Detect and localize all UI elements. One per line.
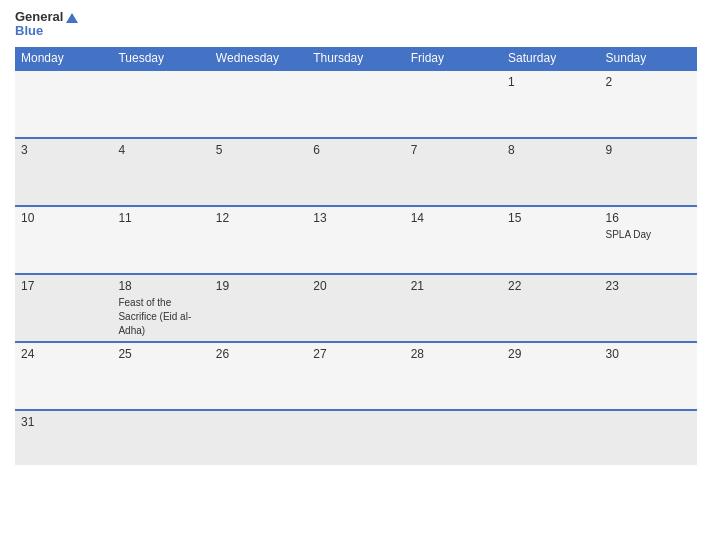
day-header-tuesday: Tuesday [112, 47, 209, 70]
logo-general-text: General [15, 10, 78, 24]
day-number: 18 [118, 279, 203, 293]
day-number: 11 [118, 211, 203, 225]
day-number: 17 [21, 279, 106, 293]
logo-triangle-icon [66, 13, 78, 23]
day-number: 20 [313, 279, 398, 293]
day-number: 12 [216, 211, 301, 225]
week-row-3: 10111213141516SPLA Day [15, 206, 697, 274]
calendar-grid: MondayTuesdayWednesdayThursdayFridaySatu… [15, 47, 697, 465]
calendar-cell: 22 [502, 274, 599, 342]
day-header-saturday: Saturday [502, 47, 599, 70]
day-number: 10 [21, 211, 106, 225]
calendar-cell [210, 70, 307, 138]
calendar-cell [502, 410, 599, 465]
day-number: 1 [508, 75, 593, 89]
calendar-cell: 12 [210, 206, 307, 274]
calendar-cell: 2 [600, 70, 697, 138]
day-number: 3 [21, 143, 106, 157]
day-number: 23 [606, 279, 691, 293]
day-number: 30 [606, 347, 691, 361]
day-number: 4 [118, 143, 203, 157]
week-row-6: 31 [15, 410, 697, 465]
day-number: 31 [21, 415, 106, 429]
week-row-1: 12 [15, 70, 697, 138]
calendar-cell [15, 70, 112, 138]
day-headers-row: MondayTuesdayWednesdayThursdayFridaySatu… [15, 47, 697, 70]
day-number: 9 [606, 143, 691, 157]
calendar-cell: 18Feast of the Sacrifice (Eid al-Adha) [112, 274, 209, 342]
day-number: 24 [21, 347, 106, 361]
day-number: 14 [411, 211, 496, 225]
day-header-wednesday: Wednesday [210, 47, 307, 70]
calendar-cell [112, 70, 209, 138]
calendar-header: General Blue [15, 10, 697, 39]
calendar-cell: 5 [210, 138, 307, 206]
day-number: 7 [411, 143, 496, 157]
day-number: 28 [411, 347, 496, 361]
day-number: 22 [508, 279, 593, 293]
day-number: 8 [508, 143, 593, 157]
calendar-cell: 25 [112, 342, 209, 410]
calendar-cell: 13 [307, 206, 404, 274]
day-number: 25 [118, 347, 203, 361]
calendar-cell: 14 [405, 206, 502, 274]
calendar-cell: 9 [600, 138, 697, 206]
calendar-cell [600, 410, 697, 465]
calendar-cell: 10 [15, 206, 112, 274]
calendar-cell [405, 410, 502, 465]
day-header-thursday: Thursday [307, 47, 404, 70]
week-row-4: 1718Feast of the Sacrifice (Eid al-Adha)… [15, 274, 697, 342]
day-number: 16 [606, 211, 691, 225]
day-number: 19 [216, 279, 301, 293]
day-number: 2 [606, 75, 691, 89]
calendar-cell [405, 70, 502, 138]
calendar-cell: 19 [210, 274, 307, 342]
day-number: 5 [216, 143, 301, 157]
calendar-cell: 21 [405, 274, 502, 342]
calendar-cell: 27 [307, 342, 404, 410]
calendar-cell: 30 [600, 342, 697, 410]
calendar-cell: 6 [307, 138, 404, 206]
calendar-cell: 16SPLA Day [600, 206, 697, 274]
day-number: 6 [313, 143, 398, 157]
day-number: 13 [313, 211, 398, 225]
logo: General Blue [15, 10, 78, 39]
calendar-cell: 17 [15, 274, 112, 342]
day-header-monday: Monday [15, 47, 112, 70]
day-header-sunday: Sunday [600, 47, 697, 70]
calendar-cell: 3 [15, 138, 112, 206]
calendar-cell: 24 [15, 342, 112, 410]
day-number: 26 [216, 347, 301, 361]
calendar-cell: 28 [405, 342, 502, 410]
calendar-cell [112, 410, 209, 465]
calendar-cell: 29 [502, 342, 599, 410]
calendar-cell: 11 [112, 206, 209, 274]
event-text: SPLA Day [606, 229, 652, 240]
calendar-cell: 15 [502, 206, 599, 274]
calendar-container: General Blue MondayTuesdayWednesdayThurs… [0, 0, 712, 550]
calendar-cell: 31 [15, 410, 112, 465]
event-text: Feast of the Sacrifice (Eid al-Adha) [118, 297, 191, 336]
calendar-cell: 23 [600, 274, 697, 342]
calendar-cell [210, 410, 307, 465]
calendar-cell: 8 [502, 138, 599, 206]
logo-blue-text: Blue [15, 24, 78, 38]
day-number: 15 [508, 211, 593, 225]
week-row-5: 24252627282930 [15, 342, 697, 410]
calendar-cell: 20 [307, 274, 404, 342]
calendar-cell [307, 410, 404, 465]
day-number: 21 [411, 279, 496, 293]
calendar-cell: 26 [210, 342, 307, 410]
calendar-cell: 1 [502, 70, 599, 138]
week-row-2: 3456789 [15, 138, 697, 206]
calendar-cell: 4 [112, 138, 209, 206]
day-number: 29 [508, 347, 593, 361]
calendar-cell [307, 70, 404, 138]
day-header-friday: Friday [405, 47, 502, 70]
calendar-cell: 7 [405, 138, 502, 206]
day-number: 27 [313, 347, 398, 361]
